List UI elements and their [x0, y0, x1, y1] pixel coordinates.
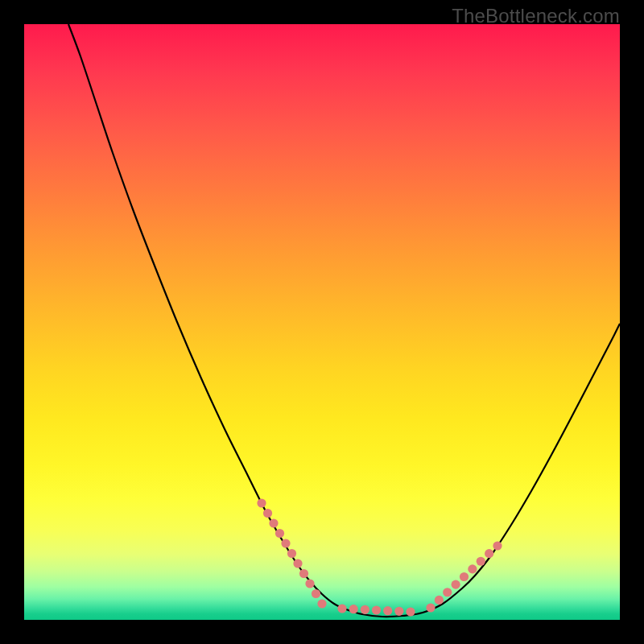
- overlay-dot: [269, 518, 278, 527]
- overlay-dot: [477, 557, 485, 566]
- overlay-dot: [485, 549, 493, 558]
- chart-frame: TheBottleneck.com: [0, 0, 644, 644]
- overlay-dot: [299, 569, 308, 578]
- overlay-dot: [493, 541, 502, 550]
- overlay-dot: [349, 605, 358, 613]
- overlay-dot: [452, 580, 460, 589]
- overlay-dot: [281, 539, 290, 547]
- overlay-dot: [426, 603, 435, 612]
- overlay-dot: [460, 572, 469, 581]
- plot-area: [24, 24, 620, 620]
- bottleneck-curve: [68, 24, 620, 617]
- overlay-dot: [383, 606, 392, 615]
- overlay-dot: [312, 589, 320, 598]
- overlay-dot: [468, 564, 477, 573]
- overlay-dot: [275, 529, 284, 538]
- overlay-dot: [305, 579, 314, 588]
- overlay-dot: [435, 596, 444, 605]
- overlay-dot: [443, 588, 452, 597]
- overlay-dot: [263, 509, 272, 518]
- curve-svg: [24, 24, 620, 620]
- overlay-dot: [406, 607, 415, 616]
- overlay-dot: [257, 498, 266, 507]
- overlay-dot: [394, 607, 403, 616]
- overlay-dot: [361, 605, 369, 614]
- overlay-dot: [287, 549, 296, 558]
- overlay-dot: [337, 604, 346, 613]
- overlay-dot: [317, 599, 326, 608]
- overlay-dot: [372, 605, 381, 614]
- overlay-dot: [293, 559, 302, 568]
